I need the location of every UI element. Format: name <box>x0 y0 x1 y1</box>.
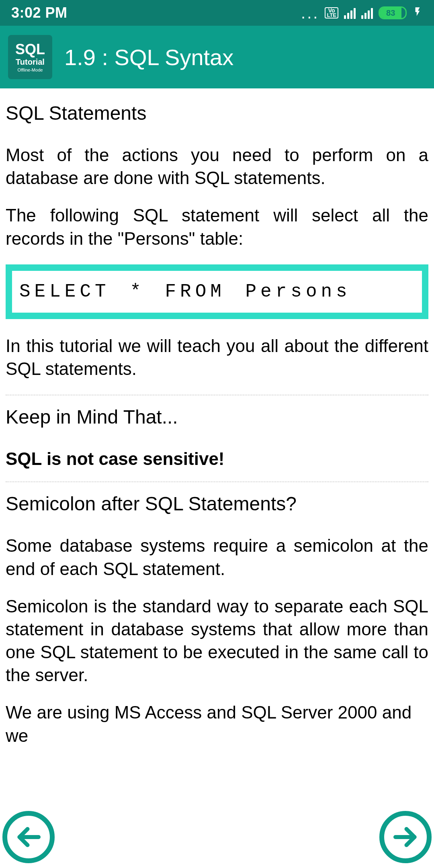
heading-semicolon: Semicolon after SQL Statements? <box>6 493 428 515</box>
content-area[interactable]: SQL Statements Most of the actions you n… <box>0 88 434 868</box>
next-button[interactable] <box>379 811 432 863</box>
logo-line3: Offline-Mode <box>18 68 43 72</box>
more-icon: ... <box>301 5 319 21</box>
paragraph-strong: SQL is not case sensitive! <box>6 447 428 470</box>
code-example-box: SELECT * FROM Persons <box>6 264 428 319</box>
logo-line1: SQL <box>15 42 45 57</box>
status-bar: 3:02 PM ... Vo LTE 83 <box>0 0 434 26</box>
heading-keep-in-mind: Keep in Mind That... <box>6 406 428 428</box>
battery-icon: 83 <box>379 6 407 19</box>
heading-sql-statements: SQL Statements <box>6 102 428 124</box>
divider <box>6 395 428 395</box>
paragraph: In this tutorial we will teach you all a… <box>6 334 428 380</box>
signal-icon <box>344 7 356 19</box>
app-bar: SQL Tutorial Offline-Mode 1.9 : SQL Synt… <box>0 26 434 88</box>
paragraph: The following SQL statement will select … <box>6 204 428 250</box>
paragraph: Some database systems require a semicolo… <box>6 534 428 580</box>
volte-icon: Vo LTE <box>325 7 338 18</box>
page-title: 1.9 : SQL Syntax <box>64 44 233 70</box>
signal-icon <box>361 7 373 19</box>
app-logo[interactable]: SQL Tutorial Offline-Mode <box>8 35 52 79</box>
code-example: SELECT * FROM Persons <box>11 270 423 313</box>
paragraph: Most of the actions you need to perform … <box>6 143 428 189</box>
charging-icon <box>412 5 423 21</box>
paragraph: We are using MS Access and SQL Server 20… <box>6 701 428 747</box>
arrow-left-icon <box>16 825 41 849</box>
status-icons: ... Vo LTE 83 <box>301 5 423 21</box>
divider <box>6 481 428 482</box>
logo-line2: Tutorial <box>16 57 45 67</box>
previous-button[interactable] <box>2 811 55 863</box>
arrow-right-icon <box>393 825 418 849</box>
status-time: 3:02 PM <box>11 4 68 21</box>
paragraph: Semicolon is the standard way to separat… <box>6 595 428 687</box>
